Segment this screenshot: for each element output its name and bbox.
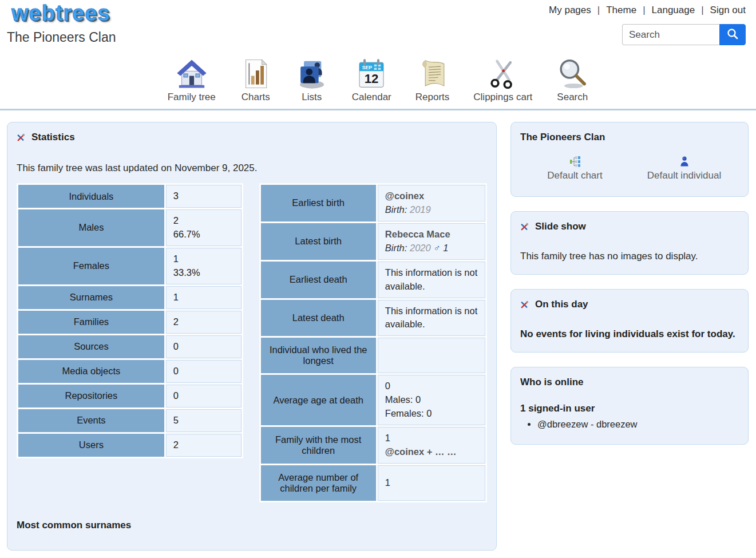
reports-icon (417, 58, 449, 90)
search-input[interactable] (622, 24, 719, 45)
row-value: This information is not available. (378, 262, 485, 298)
page: webtrees The Pioneers Clan My pages|Them… (0, 0, 756, 558)
row-label: Individuals (18, 185, 164, 208)
tree-block-title: The Pioneers Clan (520, 132, 739, 143)
totals-table-body: Individuals3Males266.7%Females133.3%Surn… (18, 185, 242, 457)
nav-search[interactable]: Search (544, 58, 600, 103)
row-label: Individual who lived the longest (261, 338, 376, 373)
on-this-day-message: No events for living individuals exist f… (520, 329, 739, 340)
table-row: Family with the most children1@coinex + … (261, 427, 485, 464)
search-icon (726, 27, 739, 42)
menu-sign-out[interactable]: Sign out (710, 5, 746, 15)
individual-link[interactable]: @coinex + … … (385, 446, 457, 457)
on-this-day-title: On this day (535, 299, 588, 310)
nav-label: Search (557, 92, 588, 103)
menu-separator: | (597, 5, 600, 15)
slide-show-title: Slide show (535, 221, 586, 232)
row-value: 133.3% (166, 248, 242, 284)
nav-family-tree[interactable]: Family tree (156, 58, 228, 103)
header-search-form (622, 24, 746, 45)
table-row: Average age at death0Males: 0Females: 0 (261, 375, 485, 425)
last-updated-text: This family tree was last updated on Nov… (17, 163, 487, 174)
row-label: Events (18, 409, 164, 432)
row-label: Latest birth (261, 223, 376, 260)
table-row: Average number of children per family1 (261, 465, 485, 501)
row-value: 0 (166, 385, 242, 407)
default-chart-link[interactable]: Default chart (520, 156, 630, 181)
default-individual-label: Default individual (647, 170, 721, 181)
webtrees-logo[interactable]: webtrees (7, 0, 115, 27)
table-row: Families2 (18, 311, 242, 334)
events-table-body: Earliest birth@coinexBirth: 2019Latest b… (261, 185, 485, 501)
table-row: Latest deathThis information is not avai… (261, 300, 485, 337)
row-label: Latest death (261, 300, 376, 337)
row-value: 0 (166, 360, 242, 383)
calendar-icon: SEP 12 (355, 58, 387, 90)
slide-show-block: Slide show This family tree has no image… (510, 211, 749, 275)
table-row: Individuals3 (18, 185, 242, 208)
row-value: 0 (166, 335, 242, 358)
search-button[interactable] (719, 24, 746, 45)
row-label: Media objects (18, 360, 164, 383)
tree-links: Default chart Default individual (520, 156, 739, 181)
value-text: 2019 (410, 204, 431, 215)
table-row: Media objects0 (18, 360, 242, 383)
table-row: Users2 (18, 434, 242, 457)
row-label: Average number of children per family (261, 465, 376, 501)
menu-language[interactable]: Language (652, 5, 695, 15)
tree-links-block: The Pioneers Clan (510, 122, 749, 197)
statistics-title: Statistics (31, 132, 75, 143)
totals-table: Individuals3Males266.7%Females133.3%Surn… (17, 183, 243, 458)
nav-label: Reports (415, 92, 450, 103)
top-menu: My pages|Theme|Language|Sign out (549, 5, 746, 16)
nav-lists[interactable]: Lists (284, 58, 340, 103)
row-value: 2 (166, 311, 242, 334)
table-row: Repositories0 (18, 385, 242, 407)
svg-text:SEP: SEP (362, 65, 373, 70)
row-value: Rebecca MaceBirth: 2020 ♂ 1 (378, 223, 485, 260)
nav-calendar[interactable]: SEP 12 Calendar (340, 58, 403, 103)
menu-separator: | (701, 5, 703, 15)
individual-link[interactable]: @coinex (385, 191, 424, 201)
row-value: 1 (378, 465, 485, 501)
menu-theme[interactable]: Theme (606, 5, 636, 15)
clippings-cart-icon (487, 58, 519, 90)
menu-my-pages[interactable]: My pages (549, 5, 591, 15)
row-value: 5 (166, 409, 242, 432)
online-users-list: @dbreezew - dbreezew (520, 418, 739, 431)
online-user[interactable]: @dbreezew - dbreezew (537, 418, 739, 431)
value-text: Males: 0 (385, 394, 421, 405)
main-column: Statistics This family tree was last upd… (7, 122, 497, 551)
row-value: 3 (166, 185, 242, 208)
nav-clippings-cart[interactable]: Clippings cart (461, 58, 544, 103)
table-row: Females133.3% (18, 248, 242, 284)
table-row: Earliest deathThis information is not av… (261, 262, 485, 298)
tools-icon (17, 133, 25, 142)
value-text: 1 (385, 433, 390, 443)
default-individual-link[interactable]: Default individual (630, 156, 739, 181)
nav-charts[interactable]: Charts (228, 58, 284, 103)
row-label: Average age at death (261, 375, 376, 425)
nav-reports[interactable]: Reports (403, 58, 462, 103)
slide-show-message: This family tree has no images to displa… (520, 251, 739, 262)
tools-icon (520, 223, 529, 231)
lists-icon (296, 58, 328, 90)
nav-label: Calendar (352, 92, 391, 103)
sidebar: The Pioneers Clan (510, 122, 749, 459)
value-text: 1 (385, 477, 390, 488)
statistics-tables: Individuals3Males266.7%Females133.3%Surn… (17, 183, 487, 502)
statistics-block-header: Statistics (17, 132, 487, 143)
who-is-online-block: Who is online 1 signed-in user @dbreezew… (510, 367, 749, 445)
charts-icon (240, 58, 272, 90)
row-label: Families (18, 311, 164, 334)
value-text: Birth: (385, 243, 410, 253)
individual-link[interactable]: Rebecca Mace (385, 229, 450, 239)
nav-label: Lists (302, 92, 322, 103)
male-symbol: ♂ (433, 243, 440, 253)
row-value: 1@coinex + … … (378, 427, 485, 464)
row-value: @coinexBirth: 2019 (378, 185, 485, 221)
table-row: Events5 (18, 409, 242, 432)
table-row: Males266.7% (18, 209, 242, 246)
value-text: Birth: (385, 204, 410, 215)
primary-nav: Family tree Charts (0, 54, 756, 110)
